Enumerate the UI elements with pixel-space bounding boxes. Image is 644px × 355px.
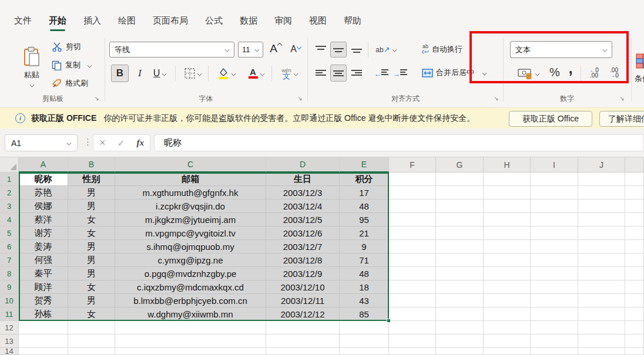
cell-F3[interactable] (389, 200, 436, 213)
phonetic-guide-button[interactable]: wén 文 (276, 63, 303, 83)
cell-C10[interactable]: b.lmxbb@erbphjcyeb.com.cn (115, 294, 266, 307)
cell-A6[interactable]: 姜涛 (19, 240, 68, 253)
cell-F6[interactable] (389, 240, 436, 253)
increase-indent-button[interactable]: → (393, 65, 408, 81)
decrease-decimal-button[interactable]: .00→0 (605, 64, 623, 82)
cell-B4[interactable]: 女 (68, 213, 115, 226)
paste-button[interactable]: 粘贴 (18, 38, 46, 94)
row-header-12[interactable]: 12 (0, 321, 19, 334)
cell-D1[interactable]: 生日 (266, 173, 340, 186)
cell-G4[interactable] (436, 213, 484, 226)
cell-D2[interactable]: 2003/12/3 (266, 186, 340, 200)
row-header-2[interactable]: 2 (0, 186, 19, 200)
fill-color-button[interactable] (213, 65, 240, 82)
enter-icon[interactable]: ✓ (118, 138, 125, 148)
cell-D6[interactable]: 2003/12/7 (266, 240, 340, 253)
align-left-button[interactable] (313, 65, 328, 81)
cell-I1[interactable] (531, 173, 578, 186)
cell-B1[interactable]: 性别 (68, 173, 115, 186)
cell-D5[interactable]: 2003/12/6 (266, 226, 340, 240)
cell-F5[interactable] (389, 226, 436, 240)
cell-H11[interactable] (484, 307, 531, 321)
format-painter-button[interactable]: 格式刷 (52, 77, 88, 90)
tab-审阅[interactable]: 审阅 (274, 15, 292, 31)
cell-F7[interactable] (389, 253, 436, 267)
cell-C7[interactable]: c.ymxg@ipzg.ne (115, 253, 266, 267)
increase-font-size-button[interactable]: A (267, 40, 284, 57)
formula-bar-handle[interactable]: ⋮ (83, 137, 92, 147)
borders-button[interactable] (180, 65, 206, 82)
formula-input[interactable]: 昵称 (154, 134, 644, 151)
cell-K3[interactable] (625, 200, 644, 213)
cell-E2[interactable]: 17 (340, 186, 389, 200)
get-genuine-office-button[interactable]: 获取正版 Office (509, 111, 592, 127)
cell-C14[interactable] (115, 348, 266, 355)
cell-C4[interactable]: m.jkgkzm@jytueimj.am (115, 213, 266, 226)
number-dialog-launcher[interactable]: ↘ (618, 94, 626, 102)
cell-E4[interactable]: 95 (340, 213, 389, 226)
cell-K2[interactable] (625, 186, 644, 200)
cell-J10[interactable] (578, 294, 625, 307)
row-header-3[interactable]: 3 (0, 200, 19, 213)
wrap-text-button[interactable]: abc↩ 自动换行 (422, 41, 462, 58)
cell-G1[interactable] (436, 173, 484, 186)
row-header-9[interactable]: 9 (0, 280, 19, 294)
cell-H4[interactable] (484, 213, 531, 226)
cell-G6[interactable] (436, 240, 484, 253)
row-header-5[interactable]: 5 (0, 226, 19, 240)
cell-C3[interactable]: i.zcpkr@vqsjin.do (115, 200, 266, 213)
cell-K12[interactable] (625, 321, 644, 334)
cell-I5[interactable] (531, 226, 578, 240)
column-header-A[interactable]: A (19, 157, 68, 173)
cell-K4[interactable] (625, 213, 644, 226)
cell-E9[interactable]: 18 (340, 280, 389, 294)
decrease-font-size-button[interactable]: A (288, 42, 303, 57)
cell-E7[interactable]: 71 (340, 253, 389, 267)
cell-B9[interactable]: 女 (68, 280, 115, 294)
row-header-13[interactable]: 13 (0, 334, 19, 348)
cell-E11[interactable]: 85 (340, 307, 389, 321)
cell-K5[interactable] (625, 226, 644, 240)
cell-E13[interactable] (340, 334, 389, 348)
tab-开始[interactable]: 开始 (49, 15, 66, 31)
bold-button[interactable]: B (111, 65, 129, 82)
cell-F12[interactable] (389, 321, 436, 334)
cell-B11[interactable]: 女 (68, 307, 115, 321)
cell-K11[interactable] (625, 307, 644, 321)
cell-G14[interactable] (436, 348, 484, 355)
column-header-D[interactable]: D (266, 157, 340, 173)
cell-A9[interactable]: 顾洋 (19, 280, 68, 294)
cell-K1[interactable] (625, 173, 644, 186)
tab-文件[interactable]: 文件 (14, 15, 32, 31)
cell-K10[interactable] (625, 294, 644, 307)
cell-C11[interactable]: w.dghmy@xiiwmb.mn (115, 307, 266, 321)
cell-C2[interactable]: m.xgthumuth@gfgnfx.hk (115, 186, 266, 200)
cell-A1[interactable]: 昵称 (19, 173, 68, 186)
insert-function-icon[interactable]: fx (136, 138, 144, 148)
cell-B13[interactable] (68, 334, 115, 348)
cut-button[interactable]: 剪切 (52, 40, 81, 53)
align-center-button[interactable] (330, 65, 347, 82)
row-header-1[interactable]: 1 (0, 173, 19, 186)
align-bottom-button[interactable] (349, 42, 364, 57)
cell-G12[interactable] (436, 321, 484, 334)
clipboard-dialog-launcher[interactable]: ↘ (93, 94, 100, 102)
cell-B2[interactable]: 男 (68, 186, 115, 200)
cell-H3[interactable] (484, 200, 531, 213)
cell-I2[interactable] (531, 186, 578, 200)
orientation-button[interactable]: ab↗ (373, 41, 400, 58)
cell-D7[interactable]: 2003/12/8 (266, 253, 340, 267)
cell-J3[interactable] (578, 200, 625, 213)
cell-F11[interactable] (389, 307, 436, 321)
cell-F13[interactable] (389, 334, 436, 348)
column-header-partial[interactable] (625, 157, 644, 173)
cell-E3[interactable]: 48 (340, 200, 389, 213)
row-header-4[interactable]: 4 (0, 213, 19, 226)
cell-E5[interactable]: 21 (340, 226, 389, 240)
cell-K6[interactable] (625, 240, 644, 253)
cell-A14[interactable] (19, 348, 68, 355)
cell-B6[interactable]: 男 (68, 240, 115, 253)
italic-button[interactable]: I (133, 65, 147, 82)
cell-K8[interactable] (625, 267, 644, 280)
cell-H10[interactable] (484, 294, 531, 307)
